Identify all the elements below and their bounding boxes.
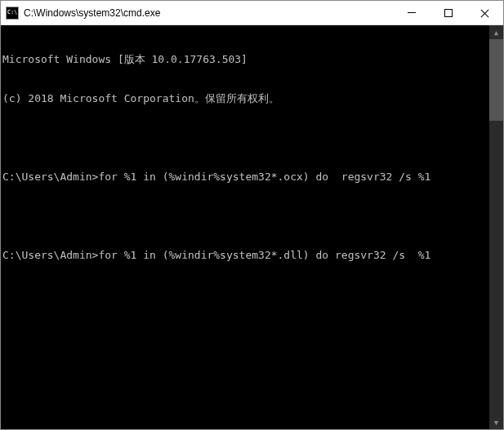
terminal-line: (c) 2018 Microsoft Corporation。保留所有权利。 xyxy=(2,92,503,105)
terminal-line: Microsoft Windows [版本 10.0.17763.503] xyxy=(2,53,503,66)
scrollbar[interactable]: ▲ ▼ xyxy=(489,25,503,429)
terminal-line xyxy=(2,210,503,223)
maximize-icon xyxy=(444,9,453,17)
cmd-icon: C:\ xyxy=(6,7,19,20)
terminal-line xyxy=(2,131,503,144)
terminal-line: C:\Users\Admin>for %1 in (%windir%system… xyxy=(2,249,503,262)
scrollbar-down-arrow-icon[interactable]: ▼ xyxy=(489,415,503,429)
scrollbar-up-arrow-icon[interactable]: ▲ xyxy=(489,25,503,39)
maximize-button[interactable] xyxy=(430,1,466,24)
terminal-line: C:\Users\Admin>for %1 in (%windir%system… xyxy=(2,171,503,184)
close-icon xyxy=(481,9,489,17)
close-button[interactable] xyxy=(466,1,503,24)
window-controls xyxy=(393,1,503,24)
titlebar[interactable]: C:\ C:\Windows\system32\cmd.exe xyxy=(1,1,503,25)
terminal-line xyxy=(2,288,503,301)
scrollbar-thumb[interactable] xyxy=(489,39,503,121)
minimize-icon xyxy=(408,12,416,13)
cmd-icon-text: C:\ xyxy=(7,10,18,16)
window-title: C:\Windows\system32\cmd.exe xyxy=(24,7,393,19)
minimize-button[interactable] xyxy=(393,1,430,24)
terminal-area[interactable]: Microsoft Windows [版本 10.0.17763.503] (c… xyxy=(1,25,503,429)
